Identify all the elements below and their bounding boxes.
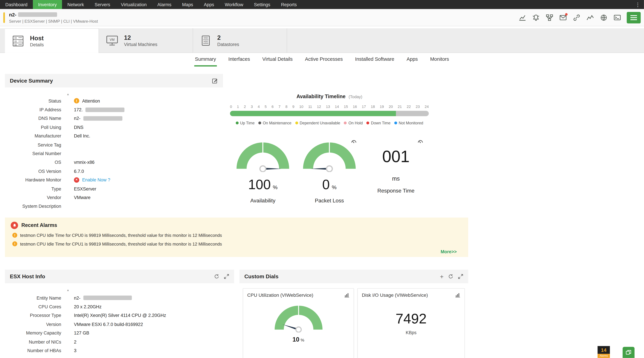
disk-io-value: 7492 — [358, 311, 464, 327]
nav-item[interactable]: Workflow — [220, 0, 249, 9]
edit-icon[interactable] — [212, 77, 218, 84]
dial-icon[interactable] — [351, 138, 357, 146]
nav-item[interactable]: Network — [62, 0, 89, 9]
expand-icon[interactable] — [224, 274, 229, 279]
alarm-count-widget[interactable]: 14 Alarms — [598, 346, 610, 358]
legend-dot — [344, 121, 347, 124]
sparkline-icon[interactable] — [586, 13, 594, 21]
scroll-up-arrow[interactable] — [66, 289, 69, 291]
kebab-menu-icon[interactable] — [632, 0, 644, 9]
subtab[interactable]: Summary — [194, 53, 217, 66]
legend-dot — [394, 121, 397, 124]
panel-title: Device Summary — [10, 77, 53, 84]
nav-item[interactable]: Settings — [249, 0, 276, 9]
alarm-row[interactable]: testmon CPU Idle Time for CPU1 is 99819 … — [11, 241, 462, 246]
disk-io-card[interactable]: Disk I/O Usage (VIWebService) 7492 KBps — [357, 288, 465, 358]
field-row: Manufacturer Dell Inc. — [5, 132, 223, 140]
nav-item[interactable]: Alarms — [152, 0, 177, 9]
nav-item[interactable]: Servers — [89, 0, 116, 9]
alarm-row[interactable]: testmon CPU Idle Time for CPU0 is 99819 … — [11, 233, 462, 238]
nav-item[interactable]: Dashboard — [0, 0, 33, 9]
legend-item: Down Time — [366, 121, 390, 125]
nav-item[interactable]: Reports — [276, 0, 302, 9]
availability-subtitle: (Today) — [348, 94, 362, 99]
field-value: n2- — [74, 295, 80, 300]
tab-subtitle: Details — [30, 42, 44, 47]
device-tabstrip: Host Details VM 12 Virtual Machines SSDH… — [0, 28, 644, 53]
support-widget-button[interactable] — [623, 347, 634, 358]
hour-tick: 15 — [344, 105, 348, 109]
topology-icon[interactable] — [546, 13, 553, 21]
chart-icon[interactable] — [344, 292, 350, 298]
packet-loss-label: Packet Loss — [298, 197, 360, 204]
hamburger-menu-button[interactable] — [627, 12, 641, 23]
add-dial-icon[interactable] — [440, 273, 444, 280]
field-row: OS Version 6.7.0 — [5, 167, 223, 175]
hour-tick: 1 — [237, 105, 239, 109]
availability-label: Availability — [232, 197, 294, 204]
subtab[interactable]: Virtual Details — [262, 53, 293, 66]
esx-host-fields: Entity Name n2- CPU Cores 20 x 2.20GHz — [5, 283, 234, 355]
refresh-icon[interactable] — [448, 274, 454, 279]
subtab[interactable]: Apps — [406, 53, 419, 66]
chart-icon[interactable] — [455, 292, 460, 298]
nav-item[interactable]: Apps — [198, 0, 220, 9]
disk-io-unit: KBps — [358, 330, 464, 335]
tab-subtitle: Datastores — [217, 42, 239, 47]
field-value[interactable]: Enable Now ? — [82, 177, 110, 182]
field-value: Attention — [82, 98, 100, 103]
device-name: n2- — [9, 12, 16, 17]
nav-item-label: Workflow — [225, 2, 243, 7]
subtab[interactable]: Installed Software — [354, 53, 395, 66]
field-value: VMware — [74, 195, 90, 200]
field-row: Hardware Monitor Enable Now ? — [5, 176, 223, 184]
nav-item-label: Settings — [254, 2, 270, 7]
nav-item[interactable]: Maps — [177, 0, 198, 9]
cpu-card-title: CPU Utilization (VIWebService) — [247, 293, 313, 297]
tab-host-details[interactable]: Host Details — [5, 28, 99, 53]
more-alarms-link[interactable]: More>> — [441, 249, 457, 254]
nav-item[interactable]: Inventory — [33, 0, 62, 9]
globe-icon[interactable] — [600, 13, 608, 21]
device-breadcrumb: Server | ESXServer | SNMP | CLI | VMware… — [9, 19, 98, 23]
nav-item[interactable]: Virtualization — [116, 0, 152, 9]
hour-tick: 13 — [326, 105, 330, 109]
expand-icon[interactable] — [458, 274, 463, 279]
legend-dot — [236, 121, 238, 124]
subtab[interactable]: Interfaces — [228, 53, 251, 66]
field-label: IP Address — [5, 107, 61, 112]
tab-virtual-machines[interactable]: VM 12 Virtual Machines — [99, 28, 193, 52]
cpu-utilization-card[interactable]: CPU Utilization (VIWebService) — [243, 288, 354, 358]
hour-tick: 19 — [380, 105, 384, 109]
subtab[interactable]: Active Processes — [304, 53, 344, 66]
datastore-icon: SSDHDD — [200, 35, 212, 46]
subtab-label: Summary — [195, 56, 216, 62]
field-label: Type — [5, 186, 61, 191]
hour-tick: 14 — [335, 105, 339, 109]
tab-datastores[interactable]: SSDHDD 2 Datastores — [193, 28, 287, 52]
legend-dot — [366, 121, 369, 124]
legend-item: On Maintenance — [258, 121, 291, 125]
console-icon[interactable] — [613, 13, 621, 21]
response-time-metric: 001 ms Response Time — [365, 141, 427, 204]
hour-tick: 7 — [278, 105, 280, 109]
field-row: Status Attention — [5, 96, 223, 105]
alarm-bell-icon[interactable] — [532, 13, 540, 21]
subtab[interactable]: Monitors — [430, 53, 450, 66]
field-value: 127 GB — [74, 331, 89, 335]
field-value: VMware ESXi 6.7.0 build-8169922 — [74, 322, 143, 327]
legend-label: Dependent Unavailable — [300, 121, 340, 125]
link-icon[interactable] — [572, 13, 580, 21]
performance-graph-icon[interactable] — [518, 13, 526, 21]
subtab-label: Virtual Details — [262, 56, 293, 62]
email-icon[interactable] — [559, 13, 567, 21]
dial-icon[interactable] — [417, 138, 424, 146]
availability-timeline-bar[interactable] — [230, 111, 429, 116]
field-label: Serial Number — [5, 151, 61, 156]
legend-label: Down Time — [371, 121, 390, 125]
scroll-up-arrow[interactable] — [66, 93, 69, 96]
refresh-icon[interactable] — [214, 274, 219, 279]
hour-tick: 24 — [425, 105, 429, 109]
field-value: Dell Inc. — [74, 133, 90, 138]
cpu-value: 10 — [292, 336, 300, 343]
